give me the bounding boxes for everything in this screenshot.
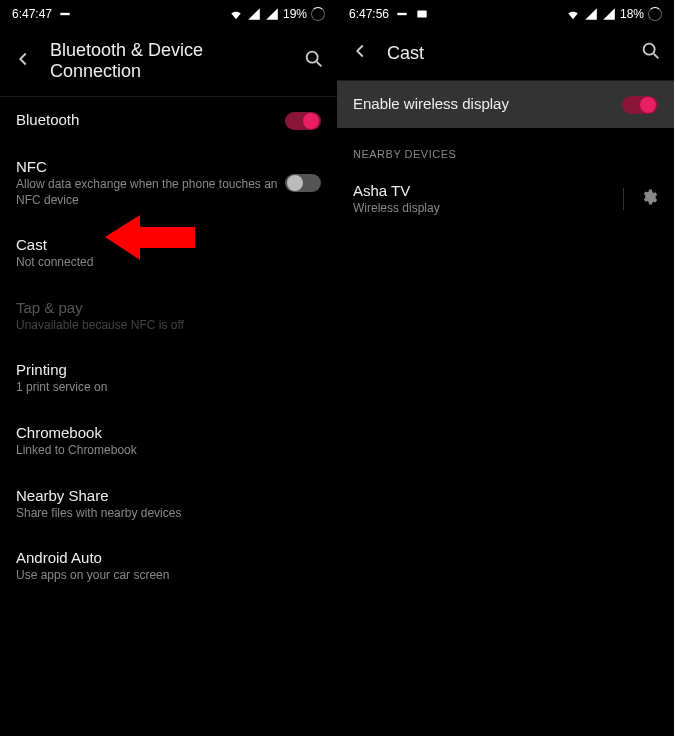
cast-content: Enable wireless display NEARBY DEVICES A… — [337, 81, 674, 231]
row-device[interactable]: Asha TV Wireless display — [337, 168, 674, 231]
row-subtitle: Use apps on your car screen — [16, 568, 321, 584]
row-title: Tap & pay — [16, 299, 321, 316]
search-icon[interactable] — [303, 48, 325, 74]
img-icon — [415, 7, 429, 21]
row-enable-wireless[interactable]: Enable wireless display — [337, 81, 674, 128]
page-title: Cast — [387, 43, 624, 64]
row-android-auto[interactable]: Android Auto Use apps on your car screen — [0, 535, 337, 598]
svg-point-2 — [644, 44, 655, 55]
device-subtitle: Wireless display — [353, 201, 611, 217]
screen-right: 6:47:56 18% Cast Enable wireless display… — [337, 0, 674, 736]
nfc-toggle[interactable] — [285, 174, 321, 192]
row-nearby-share[interactable]: Nearby Share Share files with nearby dev… — [0, 473, 337, 536]
row-subtitle: Allow data exchange when the phone touch… — [16, 177, 285, 208]
row-chromebook[interactable]: Chromebook Linked to Chromebook — [0, 410, 337, 473]
back-icon[interactable] — [12, 48, 34, 74]
gear-icon[interactable] — [623, 188, 658, 210]
signal-icon — [247, 7, 261, 21]
svg-rect-1 — [417, 11, 426, 18]
row-title: Printing — [16, 361, 321, 378]
row-title: Chromebook — [16, 424, 321, 441]
status-battery: 18% — [620, 7, 644, 21]
annotation-arrow — [105, 210, 195, 269]
row-title: Bluetooth — [16, 111, 285, 128]
signal-icon-2 — [602, 7, 616, 21]
back-icon[interactable] — [349, 40, 371, 66]
row-subtitle: Linked to Chromebook — [16, 443, 321, 459]
signal-icon — [584, 7, 598, 21]
misc-icon — [58, 7, 72, 21]
row-tap-pay: Tap & pay Unavailable because NFC is off — [0, 285, 337, 348]
wifi-icon — [566, 7, 580, 21]
section-header: NEARBY DEVICES — [337, 128, 674, 168]
row-bluetooth[interactable]: Bluetooth — [0, 97, 337, 144]
row-title: Nearby Share — [16, 487, 321, 504]
row-subtitle: Share files with nearby devices — [16, 506, 321, 522]
status-bar: 6:47:47 19% — [0, 0, 337, 26]
page-title: Bluetooth & Device Connection — [50, 40, 287, 82]
bluetooth-toggle[interactable] — [285, 112, 321, 130]
row-title: NFC — [16, 158, 285, 175]
search-icon[interactable] — [640, 40, 662, 66]
spinner-icon — [648, 7, 662, 21]
spinner-icon — [311, 7, 325, 21]
wireless-toggle[interactable] — [622, 96, 658, 114]
status-battery: 19% — [283, 7, 307, 21]
svg-point-0 — [307, 52, 318, 63]
misc-icon — [395, 7, 409, 21]
wifi-icon — [229, 7, 243, 21]
header: Bluetooth & Device Connection — [0, 26, 337, 97]
header: Cast — [337, 26, 674, 81]
row-subtitle: Unavailable because NFC is off — [16, 318, 321, 334]
row-title: Android Auto — [16, 549, 321, 566]
status-bar: 6:47:56 18% — [337, 0, 674, 26]
signal-icon-2 — [265, 7, 279, 21]
status-time: 6:47:47 — [12, 7, 52, 21]
screen-left: 6:47:47 19% Bluetooth & Device Connectio… — [0, 0, 337, 736]
settings-list: Bluetooth NFC Allow data exchange when t… — [0, 97, 337, 598]
row-printing[interactable]: Printing 1 print service on — [0, 347, 337, 410]
row-subtitle: 1 print service on — [16, 380, 321, 396]
row-title: Enable wireless display — [353, 95, 622, 112]
status-time: 6:47:56 — [349, 7, 389, 21]
device-title: Asha TV — [353, 182, 611, 199]
